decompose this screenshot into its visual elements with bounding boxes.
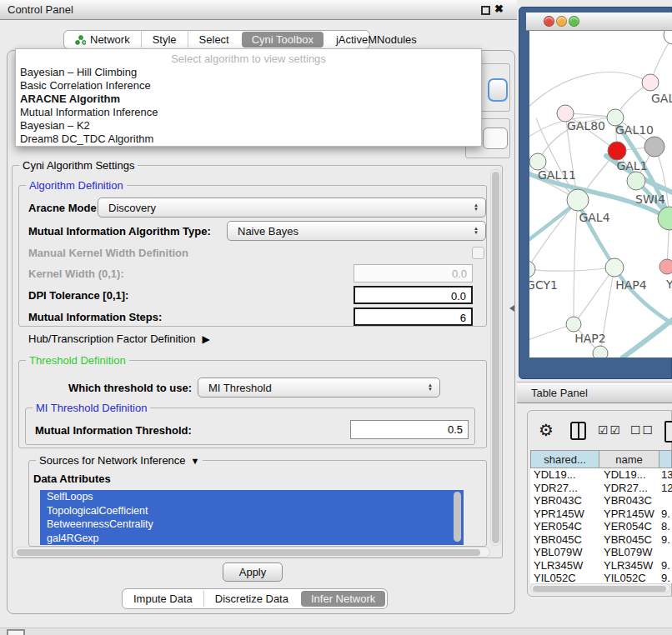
attributes-scrollbar-thumb[interactable]	[454, 492, 461, 542]
algorithm-option-dream8-dc-tdc-algorithm[interactable]: Dream8 DC_TDC Algorithm	[16, 132, 481, 146]
table-row[interactable]: YBR043CYBR043C	[530, 494, 672, 508]
tab-jactivemnodules[interactable]: jActiveMNodules	[325, 32, 428, 48]
chevron-right-icon: ▶	[202, 333, 209, 345]
network-node[interactable]	[608, 142, 626, 160]
settings-vertical-scrollbar-thumb[interactable]	[492, 172, 499, 543]
table-cell: YDR27...	[604, 482, 648, 494]
network-edge-thick	[614, 268, 672, 328]
zoom-traffic-light[interactable]	[569, 16, 579, 27]
network-node[interactable]	[644, 137, 664, 157]
which-threshold-combo[interactable]: MI Threshold ▲ ▼	[198, 378, 440, 398]
tab-impute-data[interactable]: Impute Data	[123, 591, 203, 607]
hide-columns-unchecked-icon[interactable]: ☐☐	[630, 423, 654, 437]
table-row[interactable]: YLR345WYLR345W9.	[530, 559, 672, 572]
table-cell: 9.	[661, 559, 670, 572]
network-node[interactable]	[593, 346, 608, 358]
table-row[interactable]: YDL19...YDL19...13	[530, 468, 672, 482]
close-icon[interactable]: ✖	[494, 2, 504, 15]
table-cell: 9.	[661, 572, 670, 583]
algorithm-popup-placeholder: Select algorithm to view settings	[16, 49, 481, 66]
splitter-collapse-icon[interactable]	[509, 305, 514, 312]
tab-discretize-data[interactable]: Discretize Data	[203, 591, 299, 607]
network-node[interactable]	[642, 74, 659, 91]
table-cell: YBR043C	[534, 494, 582, 507]
manual-kernel-checkbox[interactable]	[472, 247, 484, 259]
algorithm-option-aracne-algorithm[interactable]: ARACNE Algorithm	[16, 92, 481, 106]
settings-horizontal-scrollbar-thumb[interactable]	[17, 549, 480, 556]
network-node[interactable]	[659, 259, 672, 274]
settings-vertical-scrollbar[interactable]	[490, 169, 501, 546]
table-row[interactable]: YPR145WYPR145W9.	[530, 508, 672, 521]
minimize-traffic-light[interactable]	[556, 16, 567, 27]
tab-style[interactable]: Style	[141, 32, 188, 48]
close-traffic-light[interactable]	[544, 16, 554, 27]
tab-cyni-toolbox[interactable]: Cyni Toolbox	[242, 32, 323, 48]
network-node[interactable]	[605, 258, 624, 277]
column-header-partial[interactable]	[659, 450, 672, 468]
sources-group-title-row[interactable]: Sources for Network Inference ▼	[36, 454, 203, 467]
mi-threshold-field[interactable]: 0.5	[350, 420, 469, 439]
network-canvas[interactable]: GALGAL80GAL10GAL1GAL11SWI4GAL4GCY1HAP4YH…	[529, 31, 672, 358]
dpi-tolerance-field[interactable]: 0.0	[354, 286, 473, 304]
sources-group-title: Sources for Network Inference	[39, 454, 186, 467]
algorithm-option-mutual-information-inference[interactable]: Mutual Information Inference	[16, 106, 481, 119]
network-node[interactable]	[529, 261, 535, 278]
network-edge	[574, 200, 578, 324]
table-horizontal-scrollbar-thumb[interactable]	[533, 586, 666, 592]
attribute-item-gal4rgexp[interactable]: gal4RGexp	[40, 532, 464, 546]
network-node[interactable]	[566, 317, 581, 332]
network-node[interactable]	[529, 153, 546, 170]
table-cell: YER054C	[534, 520, 582, 532]
hub-definition-section[interactable]: Hub/Transcription Factor Definition ▶	[28, 332, 210, 345]
table-cell: YBR045C	[534, 533, 582, 546]
algorithm-option-bayesian-hill-climbing[interactable]: Bayesian – Hill Climbing	[16, 66, 481, 79]
tab-network[interactable]: Network	[64, 32, 141, 48]
tab-label: Impute Data	[133, 592, 193, 605]
control-panel-title: Control Panel	[0, 3, 73, 16]
cyni-settings-group-title: Cyni Algorithm Settings	[19, 159, 138, 172]
table-row[interactable]: YDR27...YDR27...12	[530, 482, 672, 495]
network-node[interactable]	[567, 189, 589, 211]
settings-horizontal-scrollbar[interactable]	[13, 547, 490, 558]
tab-select[interactable]: Select	[188, 32, 240, 48]
tab-infer-network[interactable]: Infer Network	[301, 591, 385, 607]
table-cell: YLR345W	[534, 559, 583, 572]
mi-steps-field[interactable]: 6	[354, 308, 473, 326]
network-node[interactable]	[664, 31, 672, 44]
split-columns-icon[interactable]	[570, 422, 586, 440]
table-panel-title: Table Panel	[517, 387, 588, 399]
column-header-shared[interactable]: shared...	[530, 450, 599, 468]
data-attributes-list[interactable]: SelfLoopsTopologicalCoefficientBetweenne…	[40, 490, 464, 545]
table-horizontal-scrollbar[interactable]	[530, 583, 670, 592]
apply-button[interactable]: Apply	[223, 562, 283, 582]
table-row[interactable]: YER054CYER054C8.	[530, 520, 672, 533]
mi-type-combo[interactable]: Naive Bayes ▲ ▼	[227, 221, 486, 241]
tab-label: Cyni Toolbox	[252, 33, 313, 46]
focused-combo-button[interactable]	[488, 78, 508, 102]
column-header-name[interactable]: name	[599, 450, 659, 468]
table-row[interactable]: YBR045CYBR045C9.	[530, 533, 672, 547]
aracne-mode-combo[interactable]: Discovery ▲ ▼	[98, 198, 486, 218]
mi-type-value: Naive Bayes	[238, 225, 298, 238]
spinner-down-icon: ▼	[474, 208, 479, 212]
table-header: shared...name	[530, 450, 672, 468]
chevron-down-icon: ▼	[191, 456, 200, 466]
algorithm-option-bayesian-k2[interactable]: Bayesian – K2	[16, 119, 481, 132]
kernel-width-field[interactable]: 0.0	[354, 264, 473, 282]
export-table-icon[interactable]	[664, 421, 672, 442]
settings-gear-icon[interactable]: ⚙	[539, 420, 554, 440]
node-label-gcy1: GCY1	[529, 278, 558, 292]
attribute-item-betweennesscentrality[interactable]: BetweennessCentrality	[40, 518, 464, 532]
kernel-width-label: Kernel Width (0,1):	[28, 268, 124, 280]
table-row[interactable]: YBL079WYBL079W	[530, 546, 672, 559]
tab-label: Select	[199, 33, 229, 46]
algorithm-option-basic-correlation-inference[interactable]: Basic Correlation Inference	[16, 79, 481, 92]
table-row[interactable]: YIL052CYIL052C9.	[530, 572, 672, 583]
attribute-item-topologicalcoefficient[interactable]: TopologicalCoefficient	[40, 504, 464, 518]
network-node[interactable]	[627, 172, 645, 190]
attribute-item-selfloops[interactable]: SelfLoops	[40, 490, 464, 504]
show-columns-checked-icon[interactable]: ☑☑	[598, 423, 622, 437]
network-node[interactable]	[658, 207, 672, 230]
float-window-icon[interactable]	[481, 6, 490, 15]
docked-panel-icon[interactable]	[7, 629, 25, 635]
